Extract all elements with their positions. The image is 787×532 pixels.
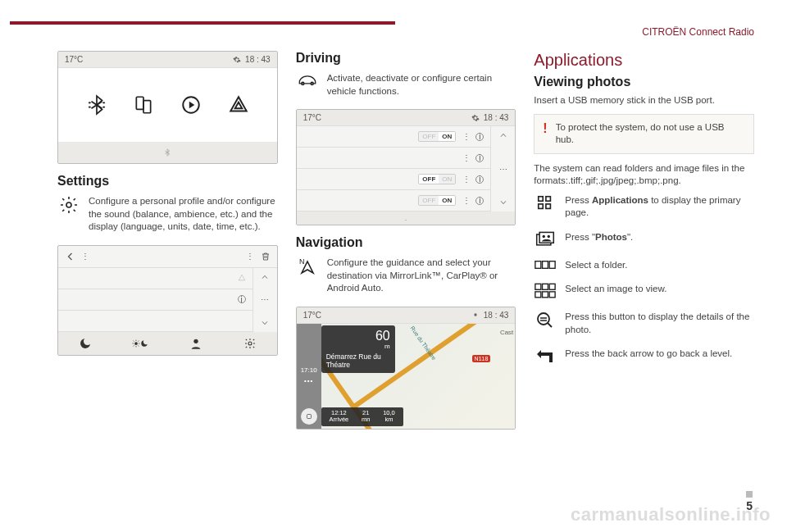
svg-rect-19 xyxy=(535,261,541,268)
compass-icon: N xyxy=(296,257,319,276)
nav-eta-bar: 12:12Arrivée 21mn 10,0km xyxy=(321,407,403,426)
stop-button-icon[interactable] xyxy=(301,408,317,425)
scroll-dots-icon: ⋯ xyxy=(499,165,507,174)
back-arrow-icon[interactable] xyxy=(65,252,76,261)
svg-rect-27 xyxy=(550,292,556,298)
svg-rect-22 xyxy=(535,284,541,289)
list-item[interactable] xyxy=(58,268,252,289)
scroll-up-icon[interactable] xyxy=(259,273,271,281)
connectivity-screen: 17°C 18 : 43 xyxy=(57,51,278,164)
settings-gear-icon xyxy=(471,114,480,122)
applications-heading: Applications xyxy=(534,51,754,70)
toggle-on-label: ON xyxy=(439,175,455,184)
toggle-row[interactable]: OFFON ⋮i xyxy=(297,169,491,190)
settings-heading: Settings xyxy=(57,174,278,189)
navigation-desc: Configure the guidance and select your d… xyxy=(327,257,516,295)
toggle-row[interactable]: OFFON ⋮i xyxy=(297,126,491,148)
svg-rect-26 xyxy=(543,292,548,298)
bluetooth-signal-icon[interactable] xyxy=(85,93,108,116)
sun-moon-icon[interactable] xyxy=(132,337,148,350)
photos-icon xyxy=(534,231,557,248)
moon-icon[interactable] xyxy=(79,337,92,350)
nav-guidance-panel: 60 m Démarrez Rue du Théatre xyxy=(321,325,395,373)
android-auto-icon[interactable] xyxy=(227,93,250,116)
svg-rect-21 xyxy=(550,261,556,268)
step-applications: Press Applications to display the primar… xyxy=(565,194,754,220)
status-temp: 17°C xyxy=(303,113,321,122)
mirrorlink-icon[interactable] xyxy=(132,93,155,116)
status-time: 18 : 43 xyxy=(245,55,271,64)
scroll-down-icon[interactable] xyxy=(259,319,271,327)
svg-rect-20 xyxy=(543,261,548,268)
svg-rect-23 xyxy=(543,284,548,289)
toggle-off-label: OFF xyxy=(419,132,439,141)
nav-distance-unit: m xyxy=(326,343,390,350)
svg-point-6 xyxy=(248,342,252,345)
status-time: 18 : 43 xyxy=(484,311,509,320)
scroll-dots-icon: ⋯ xyxy=(261,295,269,304)
svg-point-5 xyxy=(193,339,198,343)
svg-point-4 xyxy=(135,342,139,345)
svg-point-3 xyxy=(66,202,71,207)
remain-min-label: mn xyxy=(362,416,370,423)
scroll-down-icon[interactable] xyxy=(498,198,509,207)
trash-icon[interactable] xyxy=(261,251,271,262)
driving-desc: Activate, deactivate or configure certai… xyxy=(327,72,516,98)
navigation-heading: Navigation xyxy=(296,235,516,250)
svg-rect-25 xyxy=(535,292,541,298)
back-arrow-square-icon xyxy=(534,348,557,366)
bluetooth-footer-icon xyxy=(163,148,171,157)
carplay-icon[interactable] xyxy=(180,93,202,116)
svg-rect-12 xyxy=(546,196,551,201)
status-temp: 17°C xyxy=(303,311,321,320)
profiles-screen: ⋮ ⋮ i xyxy=(57,245,278,356)
toggle-off-label: OFF xyxy=(419,196,439,205)
formats-text: The system can read folders and image fi… xyxy=(534,162,754,188)
step-photos: Press "Photos". xyxy=(565,231,754,244)
svg-rect-0 xyxy=(137,97,144,109)
product-name: CITROËN Connect Radio xyxy=(642,26,754,38)
city-label: Cast xyxy=(500,329,513,336)
driving-heading: Driving xyxy=(296,51,516,66)
list-item[interactable]: i xyxy=(58,289,252,311)
remain-km-label: km xyxy=(384,416,393,423)
gear-small-icon[interactable] xyxy=(243,337,257,350)
svg-rect-14 xyxy=(546,203,551,208)
watermark: carmanualsonline.info xyxy=(571,504,771,525)
menu-dots-icon[interactable]: ⋮ xyxy=(81,252,89,261)
nav-distance: 60 xyxy=(326,330,390,343)
column-applications: Applications Viewing photos Insert a USB… xyxy=(534,51,754,438)
settings-gear-large-icon xyxy=(57,195,80,215)
eta-label: Arrivée xyxy=(330,416,349,423)
menu-dots-icon-2[interactable]: ⋮ xyxy=(246,252,254,261)
toggle-row[interactable]: OFFON ⋮i xyxy=(297,190,491,211)
toggle-row[interactable]: ⋮i xyxy=(297,148,491,169)
profile-icon[interactable] xyxy=(189,337,202,350)
insert-usb-text: Insert a USB memory stick in the USB por… xyxy=(534,94,754,107)
list-item[interactable] xyxy=(58,311,252,332)
toggle-on-label: ON xyxy=(439,196,455,205)
svg-rect-11 xyxy=(539,196,544,201)
settings-gear-icon xyxy=(471,311,480,319)
folder-row-icon xyxy=(534,259,557,271)
page-marker xyxy=(746,491,753,498)
sidebar-time: 17:10 xyxy=(301,366,317,374)
toggle-on-label: ON xyxy=(439,132,455,141)
column-settings: 17°C 18 : 43 xyxy=(57,51,278,438)
column-driving-nav: Driving Activate, deactivate or configur… xyxy=(296,51,516,438)
status-temp: 17°C xyxy=(65,55,83,64)
image-grid-icon xyxy=(534,283,557,299)
svg-rect-10 xyxy=(307,414,311,418)
step-back: Press the back arrow to go back a level. xyxy=(565,348,754,361)
accent-bar xyxy=(10,21,395,25)
step-folder: Select a folder. xyxy=(565,259,754,272)
viewing-photos-heading: Viewing photos xyxy=(534,75,754,89)
warning-text: To protect the system, do not use a USB … xyxy=(556,121,745,147)
status-time: 18 : 43 xyxy=(484,113,509,122)
navigation-screen: 17°C 18 : 43 Rue du Théatre N118 Cast 17… xyxy=(296,307,516,430)
magnifier-details-icon xyxy=(534,311,557,330)
toggle-off-label: OFF xyxy=(419,175,439,184)
scroll-up-icon[interactable] xyxy=(498,131,509,139)
svg-text:N: N xyxy=(299,257,305,266)
nav-street: Démarrez Rue du Théatre xyxy=(326,352,390,369)
